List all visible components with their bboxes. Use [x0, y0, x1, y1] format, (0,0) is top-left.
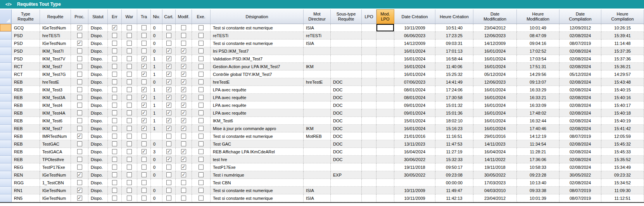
- cell-lpo[interactable]: [362, 148, 376, 156]
- cell-designation[interactable]: REB Affichage LPA IKmCdeARel: [211, 148, 304, 156]
- cell-err[interactable]: [108, 55, 122, 63]
- cell-tra[interactable]: ✓: [137, 94, 151, 101]
- cell-statut[interactable]: Dispo.: [88, 148, 108, 156]
- cell-date_creation[interactable]: 10/11/2009: [394, 194, 435, 202]
- proc-checkbox-unchecked[interactable]: [77, 48, 82, 53]
- cell-date_compilation[interactable]: 02/08/2024: [559, 55, 601, 63]
- war-checkbox-unchecked[interactable]: [127, 33, 132, 38]
- cell-designation[interactable]: LPA avec requête: [211, 94, 304, 101]
- cell-type[interactable]: PSD: [12, 55, 40, 63]
- cell-lpo[interactable]: [362, 94, 376, 101]
- cell-heure_compilation[interactable]: 15:43:48: [601, 78, 644, 86]
- err-checkbox-unchecked[interactable]: [112, 134, 117, 139]
- cell-date_modification[interactable]: 12/06/2023: [473, 32, 517, 39]
- row-header[interactable]: [0, 194, 12, 202]
- err-checkbox-unchecked[interactable]: [112, 188, 117, 193]
- proc-checkbox-unchecked[interactable]: [77, 110, 82, 115]
- cell-statut[interactable]: Dispo.: [88, 132, 108, 140]
- cell-heure_creation[interactable]: 09:50:17: [435, 163, 473, 171]
- cell-sous_type[interactable]: DOC: [331, 109, 362, 117]
- cell-niv[interactable]: 1: [151, 70, 162, 78]
- cell-lpo[interactable]: [362, 171, 376, 179]
- exe-checkbox-unchecked[interactable]: [199, 41, 204, 46]
- cell-cart[interactable]: ✓: [162, 117, 176, 125]
- tra-checkbox-checked[interactable]: ✓: [142, 64, 147, 69]
- cell-heure_modification[interactable]: 11:34:54: [517, 140, 559, 148]
- cell-type[interactable]: PSD: [12, 47, 40, 55]
- cell-date_modification[interactable]: 14/11/2022: [473, 156, 517, 163]
- cell-mot_directeur[interactable]: [304, 156, 331, 163]
- cell-heure_compilation[interactable]: 15:34:49: [601, 163, 644, 171]
- cell-date_creation[interactable]: 16/01/2024: [394, 47, 435, 55]
- cell-sous_type[interactable]: [331, 55, 362, 63]
- cell-date_compilation[interactable]: 02/08/2024: [559, 125, 601, 132]
- cell-lpo[interactable]: [362, 140, 376, 148]
- cell-date_modification[interactable]: 16/01/2024: [473, 63, 517, 70]
- cell-proc[interactable]: [71, 140, 88, 148]
- cell-proc[interactable]: [71, 63, 88, 70]
- cell-err[interactable]: [108, 47, 122, 55]
- cell-heure_modification[interactable]: 17:36:06: [517, 156, 559, 163]
- tra-checkbox-checked[interactable]: ✓: [142, 95, 147, 100]
- col-header-lpo[interactable]: LPO: [362, 9, 376, 24]
- cell-err[interactable]: [108, 70, 122, 78]
- cell-proc[interactable]: [71, 86, 88, 94]
- cell-lpo[interactable]: [362, 156, 376, 163]
- cell-type[interactable]: REB: [12, 156, 40, 163]
- cell-exe[interactable]: [192, 86, 211, 94]
- cell-date_compilation[interactable]: 02/08/2024: [559, 63, 601, 70]
- cell-heure_modification[interactable]: 09:13:07: [517, 78, 559, 86]
- cell-modif[interactable]: ✓: [176, 86, 192, 94]
- row-header[interactable]: [0, 39, 12, 47]
- cell-war[interactable]: [122, 32, 137, 39]
- cell-modif[interactable]: [176, 194, 192, 202]
- cell-heure_modification[interactable]: 09:23:28: [517, 171, 559, 179]
- cell-type[interactable]: PSD: [12, 39, 40, 47]
- col-header-sous_type[interactable]: Sous-type Requête: [331, 9, 362, 24]
- cell-heure_modification[interactable]: 14:12:19: [517, 132, 559, 140]
- cell-date_creation[interactable]: [394, 179, 435, 187]
- cell-date_modification[interactable]: 16/01/2024: [473, 125, 517, 132]
- cell-type[interactable]: RGG: [12, 179, 40, 187]
- cell-date_modification[interactable]: 16/04/2024: [473, 148, 517, 156]
- cell-cart[interactable]: ✓: [162, 125, 176, 132]
- cell-mod_lpo[interactable]: [376, 70, 394, 78]
- cell-statut[interactable]: Dispo.: [88, 94, 108, 101]
- proc-checkbox-unchecked[interactable]: [77, 157, 82, 162]
- exe-checkbox-unchecked[interactable]: [199, 188, 204, 193]
- cell-sous_type[interactable]: DOC: [331, 94, 362, 101]
- cell-proc[interactable]: [71, 78, 88, 86]
- proc-checkbox-unchecked[interactable]: [77, 103, 82, 108]
- cell-mot_directeur[interactable]: [304, 148, 331, 156]
- row-header[interactable]: [0, 32, 12, 39]
- cell-tra[interactable]: ✓: [137, 101, 151, 109]
- cell-date_compilation[interactable]: 02/08/2024: [559, 32, 601, 39]
- cell-requete[interactable]: IKM_Test7G: [40, 70, 71, 78]
- cell-heure_modification[interactable]: 17:48:02: [517, 109, 559, 117]
- cell-heure_creation[interactable]: 09:23:08: [435, 171, 473, 179]
- cell-date_compilation[interactable]: 08/07/2019: [559, 39, 601, 47]
- cell-err[interactable]: [108, 78, 122, 86]
- cell-tra[interactable]: ✓: [137, 125, 151, 132]
- cell-designation[interactable]: Test si constante est numerique: [211, 187, 304, 194]
- cell-designation[interactable]: hreTestE: [211, 78, 304, 86]
- cell-lpo[interactable]: [362, 117, 376, 125]
- cell-exe[interactable]: [192, 24, 211, 32]
- cart-checkbox-checked[interactable]: ✓: [166, 110, 171, 115]
- cell-designation[interactable]: Test si constante est numerique: [211, 194, 304, 202]
- cell-tra[interactable]: ✓: [137, 109, 151, 117]
- cell-err[interactable]: [108, 140, 122, 148]
- cell-type[interactable]: RCT: [12, 63, 40, 70]
- cell-sous_type[interactable]: DOC: [331, 117, 362, 125]
- cell-mod_lpo[interactable]: [376, 47, 394, 55]
- col-header-date_modification[interactable]: Date Modification: [473, 9, 517, 24]
- cell-proc[interactable]: [71, 101, 88, 109]
- proc-checkbox-unchecked[interactable]: [77, 141, 82, 146]
- exe-checkbox-unchecked[interactable]: [199, 72, 204, 77]
- cell-lpo[interactable]: [362, 187, 376, 194]
- modif-checkbox-checked[interactable]: ✓: [181, 157, 186, 162]
- cell-designation[interactable]: Test GAC: [211, 140, 304, 148]
- cell-statut[interactable]: Dispo.: [88, 63, 108, 70]
- cell-heure_creation[interactable]: 17:23:25: [435, 32, 473, 39]
- cell-heure_modification[interactable]: 17:51:31: [517, 63, 559, 70]
